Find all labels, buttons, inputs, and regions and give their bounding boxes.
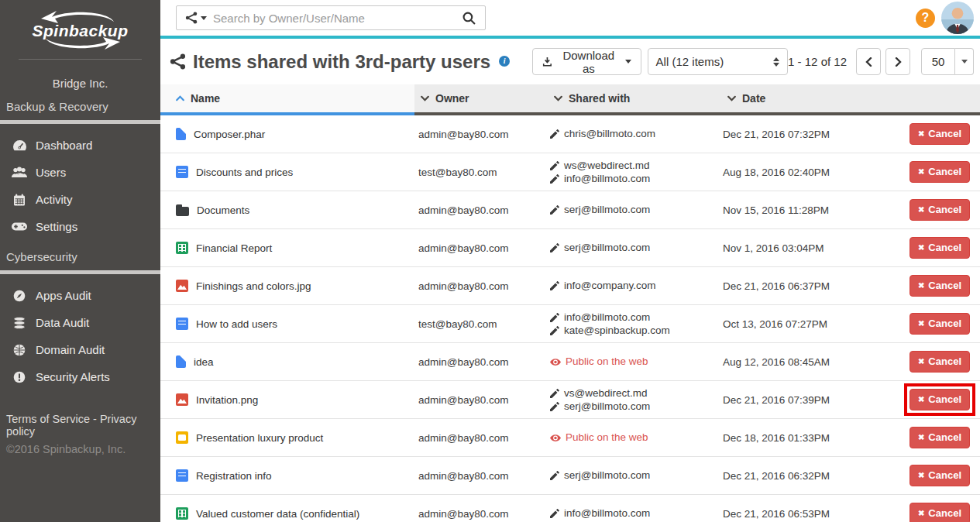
cancel-share-button[interactable]: ✖ Cancel [910, 199, 970, 221]
cancel-share-button[interactable]: ✖ Cancel [910, 313, 970, 335]
items-filter-select[interactable]: All (12 items) [648, 48, 789, 75]
edit-pencil-icon [550, 243, 559, 252]
sidebar-item-dashboard[interactable]: Dashboard [0, 132, 160, 159]
edit-pencil-icon [550, 129, 559, 139]
help-button[interactable]: ? [916, 9, 935, 28]
sidebar-item-domain-audit[interactable]: Domain Audit [0, 336, 160, 363]
table-row: Documents admin@bay80.com serj@billmoto.… [160, 191, 980, 229]
cancel-button-wrap: ✖ Cancel [910, 275, 970, 297]
owner-email: test@bay80.com [414, 305, 548, 342]
shared-date: Aug 18, 2016 02:40PM [721, 153, 907, 191]
chevron-right-icon [895, 57, 902, 67]
cancel-share-button[interactable]: ✖ Cancel [910, 237, 970, 259]
prev-page-button[interactable] [856, 48, 881, 75]
owner-email: admin@bay80.com [414, 229, 548, 266]
cancel-share-button[interactable]: ✖ Cancel [910, 161, 970, 183]
doc-file-icon [176, 166, 188, 178]
recipient: chris@billmoto.com [550, 128, 655, 140]
doc-file-icon [176, 469, 188, 482]
shared-date: Dec 21, 2016 06:37PM [721, 267, 907, 304]
slides-file-icon [176, 431, 188, 444]
cancel-share-button[interactable]: ✖ Cancel [910, 123, 970, 145]
owner-email: admin@bay80.com [414, 115, 548, 153]
cancel-share-button[interactable]: ✖ Cancel [910, 351, 970, 373]
sidebar: Spinbackup Bridge Inc. Backup & Recovery… [0, 0, 160, 522]
column-header-shared-with[interactable]: Shared with [548, 84, 721, 115]
owner-email: admin@bay80.com [414, 191, 548, 228]
x-icon: ✖ [918, 471, 924, 479]
cancel-button-wrap: ✖ Cancel [910, 161, 970, 183]
shared-date: Dec 18, 2016 01:33PM [721, 419, 907, 456]
file-name: Registration info [196, 470, 272, 482]
column-header-owner[interactable]: Owner [414, 84, 548, 115]
public-on-web: Public on the web [550, 431, 648, 444]
filter-value: All (12 items) [656, 55, 724, 68]
shared-with-cell: Public on the web [548, 343, 721, 380]
edit-pencil-icon [550, 471, 559, 480]
recipient-email: serj@billmoto.com [564, 204, 650, 216]
edit-pencil-icon [550, 161, 559, 170]
doc-file-icon [176, 318, 188, 330]
table-row: Composer.phar admin@bay80.com chris@bill… [160, 115, 980, 153]
cancel-share-button[interactable]: ✖ Cancel [910, 427, 970, 448]
cancel-label: Cancel [928, 318, 961, 329]
page-size-caret[interactable] [955, 48, 974, 75]
sidebar-item-apps-audit[interactable]: Apps Audit [0, 282, 160, 309]
public-label: Public on the web [566, 431, 648, 444]
shared-with-cell: info@billmoto.com [548, 495, 721, 522]
cancel-share-button[interactable]: ✖ Cancel [910, 503, 970, 522]
avatar[interactable] [941, 2, 974, 34]
sidebar-item-activity[interactable]: Activity [0, 186, 160, 213]
topbar: ? [160, 0, 980, 36]
spinbackup-logo[interactable]: Spinbackup [0, 0, 160, 60]
sidebar-item-label: Domain Audit [36, 343, 105, 356]
cancel-share-button[interactable]: ✖ Cancel [910, 275, 970, 297]
file-name: Composer.phar [194, 129, 265, 140]
cancel-button-wrap: ✖ Cancel [910, 389, 970, 410]
toolbar: Items shared with 3rd-party users i Down… [160, 39, 980, 84]
recipient-email: serj@billmoto.com [564, 469, 650, 482]
cancel-button-wrap: ✖ Cancel [910, 465, 970, 486]
sidebar-item-data-audit[interactable]: Data Audit [0, 309, 160, 336]
file-name: Valued customer data (confidential) [196, 508, 359, 520]
search-button[interactable] [453, 12, 485, 25]
shared-with-cell: ws@webdirect.md info@billmoto.com [548, 153, 721, 191]
cancel-share-button[interactable]: ✖ Cancel [910, 465, 970, 486]
shared-with-cell: Public on the web [548, 419, 721, 456]
public-label: Public on the web [566, 355, 648, 368]
search-input[interactable] [213, 12, 453, 25]
shared-date: Dec 21, 2016 07:39PM [721, 381, 907, 418]
info-icon[interactable]: i [499, 56, 510, 67]
cancel-share-button[interactable]: ✖ Cancel [910, 389, 970, 410]
table-row: Registration info admin@bay80.com serj@b… [160, 457, 980, 495]
download-as-button[interactable]: Download as [532, 48, 641, 75]
recipient: serj@billmoto.com [550, 204, 650, 216]
search-type-dropdown[interactable] [177, 12, 213, 24]
sidebar-item-settings[interactable]: Settings [0, 213, 160, 240]
recipient: info@billmoto.com [550, 173, 650, 185]
table-row: Presentation luxury product admin@bay80.… [160, 419, 980, 457]
sidebar-item-security-alerts[interactable]: Security Alerts [0, 363, 160, 390]
next-page-button[interactable] [885, 48, 910, 75]
organization-name: Bridge Inc. [0, 77, 160, 90]
edit-pencil-icon [550, 326, 559, 335]
section-backup-recovery: Backup & Recovery [0, 90, 160, 120]
file-name: Invitation.png [196, 394, 258, 406]
sidebar-item-users[interactable]: Users [0, 159, 160, 186]
page-size-select[interactable]: 50 [921, 48, 974, 75]
recipient-email: vs@webdirect.md [564, 387, 648, 400]
file-name: Financial Report [196, 242, 272, 254]
pagination-range: 1 - 12 of 12 [788, 55, 847, 68]
x-icon: ✖ [918, 129, 924, 138]
x-icon: ✖ [918, 167, 924, 176]
terms-of-service-link[interactable]: Terms of Service [6, 413, 90, 425]
sidebar-item-label: Apps Audit [36, 289, 91, 302]
chevron-down-icon [625, 60, 631, 64]
shared-with-cell: info@billmoto.com kate@spinbackup.com [548, 305, 721, 342]
cancel-button-wrap: ✖ Cancel [910, 427, 970, 448]
column-header-name[interactable]: Name [160, 84, 414, 115]
column-header-date[interactable]: Date [721, 84, 907, 115]
share-icon [170, 53, 186, 70]
shared-date: Nov 1, 2016 03:04PM [721, 229, 907, 266]
alert-icon [11, 371, 28, 383]
